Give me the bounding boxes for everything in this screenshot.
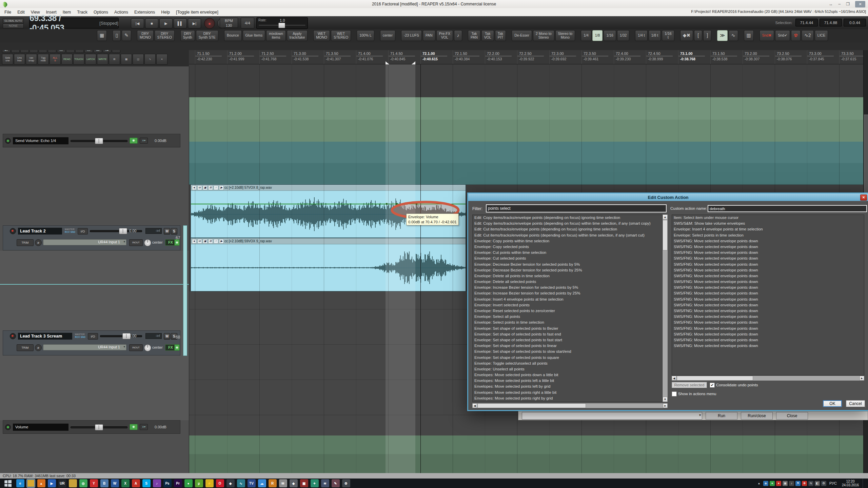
language-indicator[interactable]: РУС bbox=[828, 481, 838, 485]
item-button-icon[interactable]: ▣ bbox=[203, 239, 208, 244]
rate-slider-thumb[interactable] bbox=[278, 23, 285, 28]
envelope-active-button[interactable]: ◉ bbox=[130, 138, 138, 144]
sequence-list-item[interactable]: SWS/FNG: Move selected envelope points d… bbox=[672, 290, 864, 296]
item-button-icon[interactable]: ▣ bbox=[203, 185, 208, 190]
menu-item[interactable]: File bbox=[1, 9, 14, 16]
action-list-item[interactable]: Envelope: Set shape of selected points t… bbox=[473, 331, 662, 337]
transport-position-display[interactable]: 69.3.38 / -0:45.053 [Stopped] bbox=[29, 18, 119, 28]
audio-app-icon[interactable]: ∿ bbox=[237, 479, 245, 487]
action-list-item[interactable]: Envelope: Select all points bbox=[473, 314, 662, 320]
dry-stereo-button[interactable]: DRY STEREO bbox=[155, 30, 175, 41]
grid-small-icon[interactable]: ⊞ bbox=[109, 54, 120, 65]
vlc-icon[interactable]: ▲ bbox=[37, 479, 45, 487]
red-app-icon[interactable]: ▣ bbox=[300, 479, 308, 487]
grid-eighth-button[interactable]: 1/8 bbox=[592, 30, 603, 41]
edit-cursor[interactable] bbox=[420, 64, 421, 473]
selection-end[interactable]: 71.4.88 bbox=[820, 19, 842, 26]
grid-sixteenth-button[interactable]: 1/16 bbox=[604, 30, 616, 41]
dry-synth-button[interactable]: DRY Synth bbox=[180, 30, 195, 41]
take-pan-button[interactable]: Tak PAN bbox=[468, 30, 480, 41]
action-list-item[interactable]: Envelope: Copy selected points bbox=[473, 244, 662, 250]
skype-icon[interactable]: S bbox=[142, 479, 151, 487]
show-in-actions-menu-checkbox[interactable] bbox=[672, 391, 677, 396]
sequence-list-item[interactable]: SWS/FNG: Move selected envelope points d… bbox=[672, 314, 864, 320]
automation-read-button[interactable]: READ bbox=[61, 54, 73, 65]
folder-icon[interactable] bbox=[27, 479, 35, 487]
tray-n-icon[interactable]: N bbox=[808, 481, 813, 486]
walk-icon[interactable]: ≫ bbox=[717, 30, 728, 41]
action-list-item[interactable]: Envelope: Set shape of selected points t… bbox=[473, 337, 662, 343]
filter-input[interactable]: points select bbox=[486, 204, 667, 212]
trim-mode-button[interactable]: TRIM bbox=[17, 344, 34, 351]
play-button[interactable]: ▶ bbox=[159, 18, 173, 28]
action-list-item[interactable]: Edit: Copy items/tracks/envelope points … bbox=[473, 221, 662, 226]
grid-thirtysecond-button[interactable]: 1/32 bbox=[617, 30, 629, 41]
dark-app-icon[interactable]: ◆ bbox=[226, 479, 235, 487]
music-app-icon[interactable]: ♪ bbox=[153, 479, 161, 487]
brush-icon[interactable]: ✎ bbox=[122, 30, 131, 41]
bounce-button[interactable]: Bounce bbox=[224, 30, 242, 41]
action-list-item[interactable]: Envelope: Delete all points in time sele… bbox=[473, 273, 662, 279]
item-button-icon[interactable]: ▶ bbox=[219, 239, 224, 244]
clock[interactable]: 12:20 24.03.2016 bbox=[840, 480, 861, 487]
action-list-item[interactable]: Envelope: Toggle select/unselect all poi… bbox=[473, 361, 662, 366]
action-list-item[interactable]: Envelope: Decrease Bezier tension for se… bbox=[473, 262, 662, 267]
item-button-icon[interactable]: ⊞ bbox=[208, 185, 213, 190]
run-close-button[interactable]: Run/close bbox=[741, 412, 773, 420]
phase-button[interactable]: ø bbox=[35, 239, 42, 246]
unselect-free-button[interactable]: Uns free bbox=[14, 54, 25, 65]
trim-mode-button[interactable]: TRIM bbox=[17, 239, 34, 246]
monitor-button[interactable]: INOUT bbox=[129, 344, 143, 351]
trash-icon[interactable]: ▯ bbox=[113, 30, 121, 41]
go-to-end-button[interactable]: ▶| bbox=[188, 18, 201, 28]
metronome-icon[interactable]: ▥ bbox=[744, 30, 754, 41]
action-list[interactable]: Edit: Copy items/tracks/envelope points … bbox=[472, 215, 663, 402]
item-button-icon[interactable]: M bbox=[197, 185, 202, 190]
sequence-list-item[interactable]: SWS/FNG: Move selected envelope points d… bbox=[672, 343, 864, 349]
time-selection-highlight[interactable] bbox=[386, 64, 415, 473]
close-actions-button[interactable]: Close bbox=[776, 412, 808, 420]
grid-sixteenth-triplet-button[interactable]: 1/16 t bbox=[662, 30, 674, 41]
grid-quarter-triplet-button[interactable]: 1/4 t bbox=[635, 30, 647, 41]
automation-write-button[interactable]: WRITE bbox=[97, 54, 108, 65]
settings-app-icon[interactable]: ⚙ bbox=[342, 479, 350, 487]
auto-mode-button[interactable]: NONE bbox=[3, 23, 24, 28]
ie-icon[interactable]: e bbox=[16, 479, 24, 487]
sequence-list-item[interactable]: SWS/FNG: Move selected envelope points d… bbox=[672, 285, 864, 290]
excel-icon[interactable]: X bbox=[121, 479, 130, 487]
select-one-button[interactable]: Sele one bbox=[2, 54, 13, 65]
menu-item[interactable]: Extensions bbox=[131, 9, 158, 16]
selection-start[interactable]: 71.4.44 bbox=[795, 19, 818, 26]
resize-grip[interactable]: ⋮⋮ bbox=[864, 406, 867, 409]
grid-settings-icon[interactable]: ▦ bbox=[97, 30, 107, 41]
tray-settings-icon[interactable]: ⚙ bbox=[821, 481, 826, 486]
teamviewer-icon[interactable]: TV bbox=[248, 479, 256, 487]
tray-display-icon[interactable]: ◧ bbox=[815, 481, 820, 486]
edit-app-icon[interactable]: ✎ bbox=[332, 479, 340, 487]
menu-item[interactable]: Edit bbox=[14, 9, 28, 16]
mail-icon[interactable]: ✉ bbox=[279, 479, 287, 487]
action-list-item[interactable]: Envelope: Set shape of selected points t… bbox=[473, 326, 662, 331]
loop-end-icon[interactable]: ] bbox=[703, 30, 711, 41]
envelope-value-slider[interactable] bbox=[71, 138, 127, 143]
sequence-list-item[interactable]: SWS/FNG: Move selected envelope points d… bbox=[672, 326, 864, 331]
env-small-icon[interactable]: ∿ bbox=[144, 54, 156, 65]
pan-knob[interactable] bbox=[144, 239, 151, 246]
envelope-lane-volume[interactable]: Volume ◉ ∧▾ 0.00dB bbox=[3, 420, 180, 434]
media-item-2-header[interactable]: ●M▣⊞!▶ cc [+2.10dB] 59VOX 9_rap.wav bbox=[191, 238, 466, 244]
go-to-start-button[interactable]: |◀ bbox=[131, 18, 144, 28]
ok-button[interactable]: OK bbox=[823, 400, 842, 407]
selection-length[interactable]: 0.0.44 bbox=[844, 19, 866, 26]
record-arm-button[interactable] bbox=[10, 228, 16, 234]
pin-icon[interactable]: ↔ bbox=[829, 2, 833, 6]
sequence-list-item[interactable]: SWS/FNG: Move selected envelope points d… bbox=[672, 256, 864, 261]
action-list-item[interactable]: Envelope: Delete all selected points bbox=[473, 279, 662, 285]
dry-mono-button[interactable]: DRY MONO bbox=[137, 30, 154, 41]
envelope-active-button[interactable]: ◉ bbox=[130, 424, 138, 430]
action-list-item[interactable]: Envelope: Set shape of selected points t… bbox=[473, 349, 662, 354]
grid-eighth-triplet-button[interactable]: 1/8 t bbox=[649, 30, 661, 41]
loop-selection-marker[interactable] bbox=[386, 61, 415, 64]
word-icon[interactable]: W bbox=[111, 479, 119, 487]
custom-action-sequence-list[interactable]: Item: Select item under mouse cursorSWS/… bbox=[672, 215, 864, 375]
item-button-icon[interactable]: M bbox=[197, 239, 202, 244]
